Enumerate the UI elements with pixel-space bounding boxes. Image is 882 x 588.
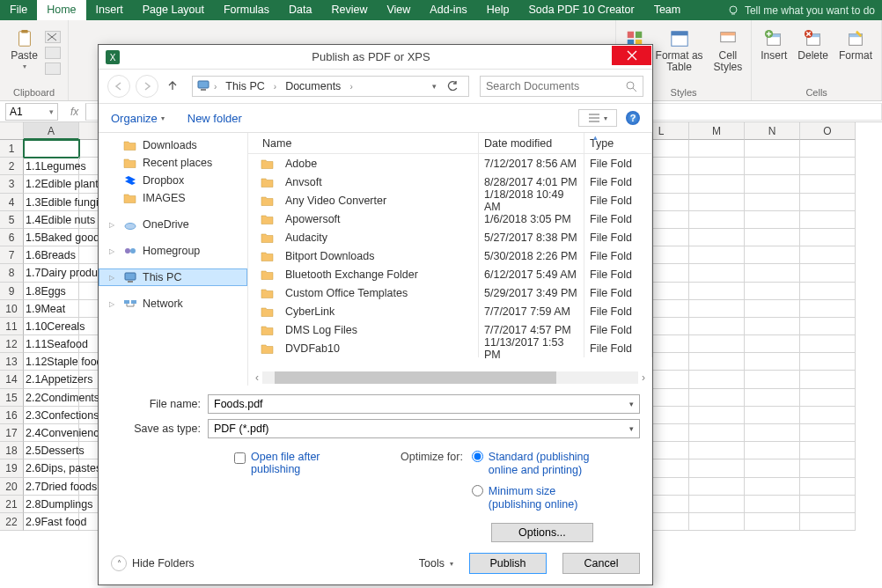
- horizontal-scrollbar[interactable]: ‹›: [248, 370, 652, 386]
- cell[interactable]: 2.5Desserts: [24, 442, 79, 459]
- row-header[interactable]: 19: [0, 459, 24, 477]
- tab-data[interactable]: Data: [279, 0, 321, 20]
- file-row[interactable]: Bitport Downloads5/30/2018 2:26 PMFile F…: [248, 246, 652, 265]
- file-row[interactable]: Custom Office Templates5/29/2017 3:49 PM…: [248, 283, 652, 302]
- cell[interactable]: [745, 194, 800, 211]
- open-after-checkbox[interactable]: [234, 452, 246, 464]
- cell[interactable]: 1.9Meat: [24, 300, 79, 318]
- format-as-table-button[interactable]: Format as Table: [652, 27, 707, 75]
- cell[interactable]: [689, 389, 745, 407]
- cell[interactable]: 1.10Cereals: [24, 318, 79, 335]
- tab-file[interactable]: File: [0, 0, 37, 20]
- cell[interactable]: [745, 283, 800, 300]
- cell[interactable]: [745, 459, 800, 477]
- refresh-button[interactable]: [442, 80, 463, 93]
- cell[interactable]: [800, 264, 856, 282]
- search-input[interactable]: [486, 80, 618, 92]
- delete-cells-button[interactable]: Delete: [794, 27, 832, 63]
- cell[interactable]: [689, 300, 745, 318]
- column-header-M[interactable]: M: [689, 122, 745, 140]
- nav-thispc[interactable]: This PC: [99, 268, 247, 286]
- name-box[interactable]: A1▾: [5, 103, 58, 121]
- file-row[interactable]: Any Video Converter1/18/2018 10:49 AMFil…: [248, 191, 652, 209]
- publish-button[interactable]: Publish: [469, 553, 547, 574]
- cell[interactable]: [800, 175, 856, 193]
- column-header-A[interactable]: A: [24, 122, 79, 140]
- row-header[interactable]: 17: [0, 424, 24, 442]
- column-header-N[interactable]: N: [745, 122, 800, 140]
- cell[interactable]: [689, 335, 745, 353]
- row-header[interactable]: 9: [0, 283, 24, 300]
- cell[interactable]: [800, 246, 856, 264]
- cell[interactable]: [689, 194, 745, 211]
- cell[interactable]: [689, 371, 745, 388]
- cell[interactable]: [800, 211, 856, 229]
- cell[interactable]: [689, 513, 745, 531]
- file-row[interactable]: CyberLink7/7/2017 7:59 AMFile Fold: [248, 302, 652, 320]
- cell[interactable]: 2.2Condiments: [24, 389, 79, 407]
- cell[interactable]: [745, 389, 800, 407]
- cell[interactable]: 2.3Confections: [24, 407, 79, 424]
- cell[interactable]: [689, 496, 745, 513]
- select-all-corner[interactable]: [0, 122, 24, 140]
- header-name[interactable]: Name: [257, 133, 479, 153]
- format-painter-button[interactable]: [45, 62, 61, 75]
- cell[interactable]: [689, 407, 745, 424]
- cell[interactable]: [800, 478, 856, 496]
- cell[interactable]: [745, 371, 800, 388]
- cell[interactable]: [689, 424, 745, 442]
- file-row[interactable]: DVDFab1011/13/2017 1:53 PMFile Fold: [248, 339, 652, 357]
- nav-recent[interactable]: Recent places: [99, 154, 247, 172]
- cell[interactable]: [800, 513, 856, 531]
- cell[interactable]: 2.6Dips, pastes: [24, 459, 79, 477]
- nav-dropbox[interactable]: Dropbox: [99, 172, 247, 189]
- cell[interactable]: [745, 246, 800, 264]
- cell[interactable]: [689, 140, 745, 158]
- cell[interactable]: 1.12Staple foods: [24, 353, 79, 371]
- view-options[interactable]: ▾: [578, 109, 617, 127]
- cell[interactable]: [800, 407, 856, 424]
- up-button[interactable]: [164, 79, 181, 94]
- cell[interactable]: [745, 424, 800, 442]
- row-header[interactable]: 7: [0, 246, 24, 264]
- cell[interactable]: [800, 229, 856, 246]
- cell[interactable]: [800, 371, 856, 388]
- save-type-select[interactable]: PDF (*.pdf)▾: [208, 419, 640, 438]
- file-row[interactable]: Anvsoft8/28/2017 4:01 PMFile Fold: [248, 173, 652, 191]
- row-header[interactable]: 10: [0, 300, 24, 318]
- help-button[interactable]: ?: [626, 111, 640, 125]
- optimize-standard-label[interactable]: Standard (publishing online and printing…: [489, 451, 612, 478]
- options-button[interactable]: Options...: [491, 523, 593, 542]
- cell[interactable]: [689, 353, 745, 371]
- column-header-O[interactable]: O: [800, 122, 856, 140]
- cell[interactable]: [745, 264, 800, 282]
- nav-images[interactable]: IMAGES: [99, 189, 247, 207]
- row-header[interactable]: 22: [0, 513, 24, 531]
- tab-page-layout[interactable]: Page Layout: [133, 0, 214, 20]
- row-header[interactable]: 11: [0, 318, 24, 335]
- search-box[interactable]: [480, 76, 643, 97]
- nav-network[interactable]: Network: [99, 295, 247, 312]
- cell[interactable]: [745, 442, 800, 459]
- cell[interactable]: [800, 194, 856, 211]
- new-folder-button[interactable]: New folder: [187, 112, 242, 125]
- tools-menu[interactable]: Tools▾: [419, 557, 453, 570]
- copy-button[interactable]: [45, 47, 61, 59]
- cell[interactable]: [689, 442, 745, 459]
- row-header[interactable]: 14: [0, 371, 24, 388]
- cell[interactable]: [24, 140, 79, 158]
- row-header[interactable]: 20: [0, 478, 24, 496]
- scroll-right-icon[interactable]: ›: [642, 371, 645, 384]
- cell[interactable]: 2.9Fast food: [24, 513, 79, 531]
- scroll-thumb[interactable]: [275, 371, 556, 384]
- fx-icon[interactable]: fx: [63, 106, 85, 118]
- cell[interactable]: [745, 478, 800, 496]
- cell[interactable]: [689, 283, 745, 300]
- row-header[interactable]: 2: [0, 158, 24, 175]
- file-row[interactable]: Adobe7/12/2017 8:56 AMFile Fold: [248, 154, 652, 173]
- tell-me-box[interactable]: Tell me what you want to do: [727, 0, 882, 20]
- cell[interactable]: [689, 478, 745, 496]
- format-cells-button[interactable]: Format: [835, 27, 876, 63]
- file-row[interactable]: Bluetooth Exchange Folder6/12/2017 5:49 …: [248, 265, 652, 283]
- file-row[interactable]: DMS Log Files7/7/2017 4:57 PMFile Fold: [248, 320, 652, 339]
